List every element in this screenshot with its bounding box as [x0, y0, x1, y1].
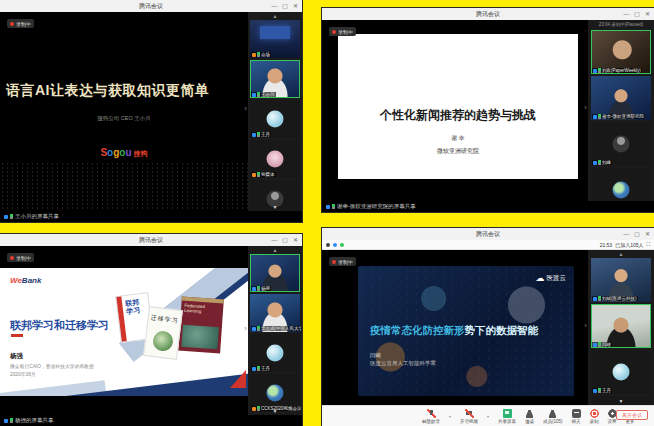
member-icon — [252, 133, 256, 137]
joined-members-count[interactable]: 已加入105人 — [615, 242, 643, 248]
slide-speaker-title: 微众银行CAIO，香港科技大学讲席教授 — [10, 363, 94, 369]
slide-title-part: 疫情常态化防控新形 — [370, 324, 465, 336]
close-button[interactable]: ✕ — [645, 11, 650, 17]
participant-tile[interactable]: 闫峻 — [591, 304, 651, 348]
participant-name: 王丹 — [261, 366, 270, 371]
stage-collapse-arrow[interactable]: › — [244, 324, 247, 333]
participant-tile[interactable]: 谢幸-微软亚洲研究院 — [591, 76, 651, 120]
window-titlebar[interactable]: 腾讯会议 — ▢ ✕ — [322, 228, 654, 240]
meeting-info-icon[interactable] — [333, 243, 337, 247]
screen-share-icon — [503, 409, 512, 418]
chat-button[interactable]: 聊天 — [572, 409, 581, 424]
network-signal-icon — [340, 243, 344, 247]
participant-tile[interactable]: 刘峰 — [591, 122, 651, 166]
recording-dot-icon — [10, 256, 14, 260]
slide: 个性化新闻推荐的趋势与挑战 谢 幸 微软亚洲研究院 — [338, 34, 578, 179]
collapse-up-icon[interactable]: ▲ — [248, 247, 302, 253]
window-titlebar[interactable]: 腾讯会议 — ▢ ✕ — [322, 8, 654, 20]
chevron-down-icon[interactable]: ▾ — [449, 414, 451, 419]
security-icon[interactable] — [326, 243, 330, 247]
mic-icon — [332, 204, 335, 209]
member-icon — [252, 287, 256, 291]
participant-tile[interactable]: 刘欢(PaperWeekly) — [591, 30, 651, 74]
collapse-down-icon[interactable]: ▼ — [588, 398, 654, 404]
participant-name: 王丹 — [261, 132, 270, 137]
toolbar-label: 聊天 — [572, 419, 581, 424]
chevron-down-icon[interactable]: ▾ — [487, 414, 489, 419]
mic-icon — [257, 172, 260, 177]
mic-icon — [598, 68, 601, 73]
stage-collapse-arrow[interactable]: › — [244, 104, 247, 113]
participant-tile[interactable]: 窦志成(中国人民大学) — [250, 294, 300, 332]
participant-tile[interactable]: 王丹 — [250, 100, 300, 138]
minimize-button[interactable]: — — [623, 231, 629, 237]
close-button[interactable]: ✕ — [293, 237, 298, 243]
meeting-info-bar: 21:53 已加入105人 ⛶ — [322, 240, 654, 250]
maximize-button[interactable]: ▢ — [282, 237, 288, 243]
member-icon — [593, 115, 597, 119]
meeting-toolbar: 解除静音 ▾ 开启视频 ▾ 共享屏幕 邀请 成员(105) 聊天 — [322, 405, 654, 426]
participant-tile[interactable]: 王丹 — [250, 334, 300, 372]
collapse-down-icon[interactable]: ▼ — [248, 204, 302, 210]
slide-title: 语言AI让表达与获取知识更简单 — [6, 82, 210, 100]
window-title: 腾讯会议 — [476, 10, 500, 19]
unmute-button[interactable]: 解除静音 — [422, 409, 440, 424]
share-screen-button[interactable]: 共享屏幕 — [498, 409, 516, 424]
start-video-button[interactable]: 开启视频 — [460, 409, 478, 424]
member-icon — [252, 367, 256, 371]
fullscreen-icon[interactable]: ⛶ — [646, 241, 650, 248]
participant-name: 会场 — [261, 52, 270, 57]
leave-meeting-button[interactable]: 离开会议 — [616, 410, 648, 420]
participant-name: 杨强 — [261, 286, 270, 291]
maximize-button[interactable]: ▢ — [634, 11, 640, 17]
participant-tile[interactable]: 杨强 — [250, 254, 300, 292]
stage-collapse-arrow[interactable]: › — [584, 321, 587, 330]
maximize-button[interactable]: ▢ — [634, 231, 640, 237]
record-button[interactable]: 录制 — [590, 409, 599, 424]
book-title: 迁移学习 — [148, 313, 181, 326]
members-button[interactable]: 成员(105) — [543, 409, 563, 424]
member-icon — [252, 327, 256, 331]
stage-collapse-arrow[interactable]: › — [584, 103, 587, 112]
member-icon — [593, 69, 597, 73]
member-icon — [252, 53, 256, 57]
participant-tile[interactable]: 王小川 — [250, 60, 300, 98]
sogou-logo: Sogou搜狗 — [0, 148, 248, 159]
participant-tile[interactable]: 刘斌(医渡云科技) — [591, 258, 651, 302]
recording-label: 录制中 — [16, 21, 31, 27]
recording-badge: 录制中 — [7, 253, 34, 262]
share-label: 王小川的屏幕共享 — [15, 213, 59, 220]
window-titlebar[interactable]: 腾讯会议 — ▢ ✕ — [0, 234, 302, 246]
collapse-up-icon[interactable]: ▲ — [248, 13, 302, 19]
share-label: 杨强的屏幕共享 — [15, 417, 54, 424]
logo-letter: u — [125, 147, 131, 158]
collapse-down-icon[interactable]: ▼ — [248, 408, 302, 414]
participant-tile[interactable]: CCKS2020 — [591, 168, 651, 201]
slide-title: 个性化新闻推荐的趋势与挑战 — [338, 107, 578, 124]
participants-sidebar: ▲ 刘斌(医渡云科技) 闫峻 王丹 CCKS2020视频会议 ▼ — [588, 250, 654, 405]
participant-tile[interactable]: CCKS2020视频会议 — [250, 374, 300, 412]
minimize-button[interactable]: — — [623, 11, 629, 17]
invite-button[interactable]: 邀请 — [525, 409, 534, 424]
minimize-button[interactable]: — — [271, 237, 277, 243]
participant-name: 刘峰 — [602, 160, 611, 165]
member-icon — [252, 173, 256, 177]
participant-tile[interactable]: 王丹 — [591, 350, 651, 394]
member-icon — [593, 161, 597, 165]
close-button[interactable]: ✕ — [293, 3, 298, 9]
participants-sidebar: ▲ 会场 王小川 王丹 智媒体 刘峰 ▼ — [248, 12, 302, 211]
window-titlebar[interactable]: 腾讯会议 — ▢ ✕ — [0, 0, 302, 12]
slide-speaker: 闫峻 — [370, 352, 381, 359]
participant-tile[interactable]: 智媒体 — [250, 140, 300, 178]
participant-name: 谢幸-微软亚洲研究院 — [602, 114, 644, 119]
collapse-up-icon[interactable]: ▲ — [588, 251, 654, 257]
participant-tile[interactable]: 会场 — [250, 20, 300, 58]
close-button[interactable]: ✕ — [645, 231, 650, 237]
slide: WeBank 联邦学习和迁移学习 杨强 微众银行CAIO，香港科技大学讲席教授 … — [0, 268, 248, 396]
participant-tile[interactable]: 张弘扬 — [250, 414, 300, 415]
participant-name: 闫峻 — [602, 342, 611, 347]
member-icon — [593, 343, 597, 347]
maximize-button[interactable]: ▢ — [282, 3, 288, 9]
minimize-button[interactable]: — — [271, 3, 277, 9]
slide-speaker: 杨强 — [10, 352, 23, 361]
